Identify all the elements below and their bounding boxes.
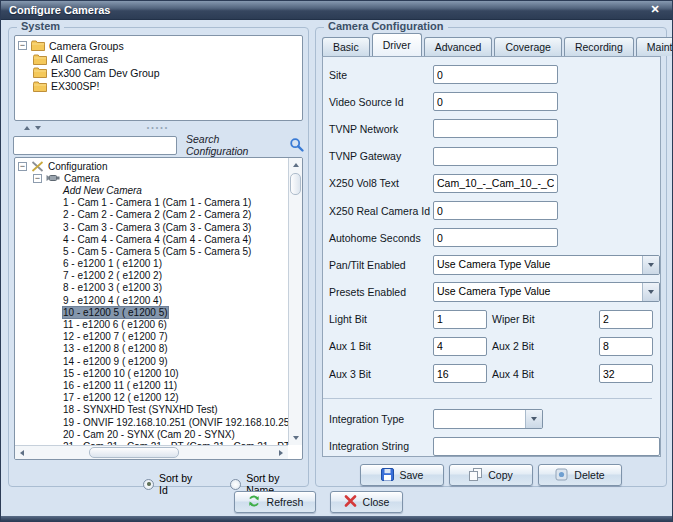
tree-item[interactable]: 1 - Cam 1 - Camera 1 (Cam 1 - Camera 1) — [15, 197, 288, 209]
integration-type-dropdown[interactable] — [433, 409, 543, 429]
scroll-thumb[interactable] — [290, 173, 301, 195]
delete-icon — [555, 468, 568, 483]
tree-item-label: 20 - Cam 20 - SYNX (Cam 20 - SYNX) — [63, 429, 235, 440]
delete-button[interactable]: Delete — [538, 464, 622, 486]
refresh-button[interactable]: Refresh — [234, 491, 316, 513]
splitter-grip-icon: ••••• — [147, 124, 169, 131]
tree-item[interactable]: 17 - e1200 12 ( e1200 12) — [15, 392, 288, 404]
close-button[interactable]: Close — [330, 491, 403, 513]
tree-item[interactable]: All Cameras — [15, 53, 302, 67]
splitter-arrows-icon[interactable] — [24, 126, 41, 130]
site-field[interactable] — [433, 65, 558, 84]
tree-item[interactable]: 15 - e1200 10 ( e1200 10) — [15, 367, 288, 379]
x250-vol8-text-field[interactable] — [433, 174, 558, 193]
tab-recording[interactable]: Recording — [564, 37, 634, 56]
tree-item[interactable]: EX300SP! — [15, 80, 302, 94]
autohome-seconds-field[interactable] — [433, 228, 558, 247]
tree-item[interactable]: 6 - e1200 1 ( e1200 1) — [15, 258, 288, 270]
tab-maintenance[interactable]: Maintenance — [636, 37, 673, 56]
folder-icon — [33, 67, 47, 78]
chevron-down-icon[interactable] — [525, 410, 542, 428]
tree-item[interactable]: 8 - e1200 3 ( e1200 3) — [15, 282, 288, 294]
field-row: X250 Real Camera Id — [329, 197, 660, 224]
camera-icon — [46, 173, 60, 183]
tree-item[interactable]: 4 - Cam 4 - Camera 4 (Cam 4 - Camera 4) — [15, 233, 288, 245]
pan-tilt-enabled-dropdown[interactable]: Use Camera Type Value — [433, 255, 660, 275]
tree-expander-icon[interactable]: − — [33, 174, 42, 183]
copy-button[interactable]: Copy — [449, 464, 533, 486]
aux-2-bit-field[interactable] — [599, 337, 653, 356]
radio-icon[interactable] — [143, 479, 154, 490]
scroll-thumb-horizontal[interactable] — [89, 447, 179, 458]
pan-tilt-enabled-label: Pan/Tilt Enabled — [329, 259, 433, 271]
radio-icon[interactable] — [230, 479, 241, 490]
tree-item[interactable]: 13 - e1200 8 ( e1200 8) — [15, 343, 288, 355]
vertical-scrollbar[interactable] — [288, 158, 302, 445]
tree-item[interactable]: −Camera — [15, 172, 288, 184]
tree-item[interactable]: 7 - e1200 2 ( e1200 2) — [15, 270, 288, 282]
tree-item[interactable]: 20 - Cam 20 - SYNX (Cam 20 - SYNX) — [15, 428, 288, 440]
tree-item[interactable]: −Configuration — [15, 160, 288, 172]
tree-item[interactable]: 11 - e1200 6 ( e1200 6) — [15, 318, 288, 330]
tree-item-label: 14 - e1200 9 ( e1200 9) — [63, 356, 168, 367]
search-icon[interactable] — [289, 137, 305, 153]
video-source-id-label: Video Source Id — [329, 96, 433, 108]
tree-item[interactable]: 12 - e1200 7 ( e1200 7) — [15, 331, 288, 343]
tree-item[interactable]: −Camera Groups — [15, 39, 302, 53]
aux-3-bit-field[interactable] — [433, 364, 487, 383]
system-panel-title: System — [17, 20, 64, 32]
tree-expander-icon[interactable]: − — [18, 162, 27, 171]
scroll-up-button[interactable] — [289, 158, 303, 172]
chevron-down-icon[interactable] — [642, 283, 659, 301]
x250-real-camera-id-field[interactable] — [433, 201, 558, 220]
tree-item-label: 12 - e1200 7 ( e1200 7) — [63, 331, 168, 342]
tree-item[interactable]: 2 - Cam 2 - Camera 2 (Cam 2 - Camera 2) — [15, 209, 288, 221]
aux-1-bit-field[interactable] — [433, 337, 487, 356]
field-row: Light BitWiper Bit — [329, 306, 660, 333]
tree-expander-icon[interactable]: − — [18, 41, 27, 50]
tab-driver[interactable]: Driver — [372, 33, 422, 56]
horizontal-scrollbar[interactable] — [15, 445, 288, 459]
tree-item-selected[interactable]: 10 - e1200 5 ( e1200 5) — [15, 306, 288, 318]
tree-item[interactable]: 3 - Cam 3 - Camera 3 (Cam 3 - Camera 3) — [15, 221, 288, 233]
chevron-down-icon[interactable] — [642, 256, 659, 274]
field-row: TVNP Gateway — [329, 143, 660, 170]
tvnp-gateway-field[interactable] — [433, 147, 558, 166]
tree-item-label: 19 - ONVIF 192.168.10.251 (ONVIF 192.168… — [63, 417, 288, 428]
integration-string-field[interactable] — [433, 437, 660, 456]
tvnp-network-field[interactable] — [433, 119, 558, 138]
tree-item-label: 15 - e1200 10 ( e1200 10) — [63, 368, 179, 379]
tree-item[interactable]: Ex300 Cam Dev Group — [15, 66, 302, 80]
sort-by-id-radio[interactable]: Sort by Id — [143, 472, 202, 496]
tree-item[interactable]: Add New Camera — [15, 184, 288, 196]
scroll-left-button[interactable] — [15, 446, 29, 460]
tree-splitter[interactable]: ••••• — [14, 123, 303, 132]
wiper-bit-field[interactable] — [599, 310, 653, 329]
presets-enabled-dropdown[interactable]: Use Camera Type Value — [433, 282, 660, 302]
window-close-icon[interactable]: ✕ — [647, 3, 663, 17]
tab-basic[interactable]: Basic — [322, 37, 370, 56]
light-bit-label: Light Bit — [329, 313, 433, 325]
scroll-down-button[interactable] — [289, 431, 303, 445]
light-bit-field[interactable] — [433, 310, 487, 329]
tree-item-label: 9 - e1200 4 ( e1200 4) — [63, 295, 162, 306]
tree-item[interactable]: 5 - Cam 5 - Camera 5 (Cam 5 - Camera 5) — [15, 245, 288, 257]
tree-item[interactable]: 16 - e1200 11 ( e1200 11) — [15, 379, 288, 391]
tree-item[interactable]: 14 - e1200 9 ( e1200 9) — [15, 355, 288, 367]
section-divider — [323, 387, 652, 399]
scroll-right-button[interactable] — [274, 446, 288, 460]
tab-coverage[interactable]: Coverage — [494, 37, 562, 56]
sort-by-id-label: Sort by Id — [159, 472, 202, 496]
tree-item[interactable]: 19 - ONVIF 192.168.10.251 (ONVIF 192.168… — [15, 416, 288, 428]
search-input[interactable] — [13, 136, 177, 155]
autohome-seconds-label: Autohome Seconds — [329, 232, 433, 244]
tab-advanced[interactable]: Advanced — [424, 37, 493, 56]
tree-item-label: 18 - SYNXHD Test (SYNXHD Test) — [63, 404, 218, 415]
aux-4-bit-field[interactable] — [599, 364, 653, 383]
tree-item[interactable]: 9 - e1200 4 ( e1200 4) — [15, 294, 288, 306]
video-source-id-field[interactable] — [433, 92, 558, 111]
field-row: X250 Vol8 Text — [329, 170, 660, 197]
tree-item-label: 4 - Cam 4 - Camera 4 (Cam 4 - Camera 4) — [63, 234, 251, 245]
tree-item[interactable]: 18 - SYNXHD Test (SYNXHD Test) — [15, 404, 288, 416]
save-button[interactable]: Save — [360, 464, 444, 486]
